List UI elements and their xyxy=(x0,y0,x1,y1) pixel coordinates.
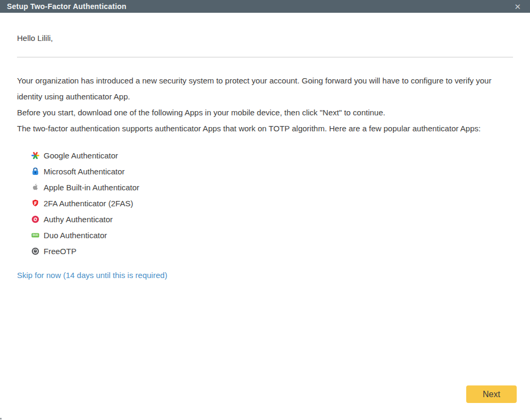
list-item: FreeOTP xyxy=(30,243,513,259)
app-name: Authy Authenticator xyxy=(44,215,113,224)
app-name: Apple Built-in Authenticator xyxy=(44,183,139,192)
google-authenticator-icon xyxy=(30,150,40,160)
paragraph-intro: Your organization has introduced a new s… xyxy=(17,73,513,105)
list-item: Google Authenticator xyxy=(30,147,513,163)
divider xyxy=(17,57,513,57)
app-name: Microsoft Authenticator xyxy=(44,167,125,176)
two-factor-setup-dialog: Setup Two-Factor Authentication ✕ Hello … xyxy=(0,0,530,420)
app-name: Google Authenticator xyxy=(44,151,118,160)
greeting-text: Hello Lilili, xyxy=(17,33,513,44)
2fas-shield-icon xyxy=(30,198,40,208)
next-button[interactable]: Next xyxy=(466,385,517,403)
freeotp-icon xyxy=(30,246,40,256)
skip-for-now-link[interactable]: Skip for now (14 days until this is requ… xyxy=(17,267,167,283)
apple-authenticator-icon xyxy=(30,182,40,192)
dialog-body: Hello Lilili, Your organization has intr… xyxy=(0,13,530,283)
intro-paragraphs: Your organization has introduced a new s… xyxy=(17,73,513,137)
duo-authenticator-icon: DUO xyxy=(30,230,40,240)
app-name: FreeOTP xyxy=(44,247,77,256)
paragraph-totp: The two-factor authentication supports a… xyxy=(17,121,513,137)
svg-text:DUO: DUO xyxy=(32,234,38,237)
paragraph-instructions: Before you start, download one of the fo… xyxy=(17,105,513,121)
list-item: Apple Built-in Authenticator xyxy=(30,179,513,195)
microsoft-authenticator-icon xyxy=(30,166,40,176)
list-item: DUO Duo Authenticator xyxy=(30,227,513,243)
list-item: Authy Authenticator xyxy=(30,211,513,227)
list-item: 2FA Authenticator (2FAS) xyxy=(30,195,513,211)
close-icon[interactable]: ✕ xyxy=(512,2,523,12)
authenticator-app-list: Google Authenticator Microsoft Authentic… xyxy=(17,147,513,259)
dialog-title: Setup Two-Factor Authentication xyxy=(7,2,127,11)
authy-authenticator-icon xyxy=(30,214,40,224)
list-item: Microsoft Authenticator xyxy=(30,163,513,179)
screen-artifact xyxy=(0,418,2,419)
app-name: 2FA Authenticator (2FAS) xyxy=(44,199,133,208)
dialog-titlebar: Setup Two-Factor Authentication ✕ xyxy=(0,0,530,13)
app-name: Duo Authenticator xyxy=(44,231,107,240)
